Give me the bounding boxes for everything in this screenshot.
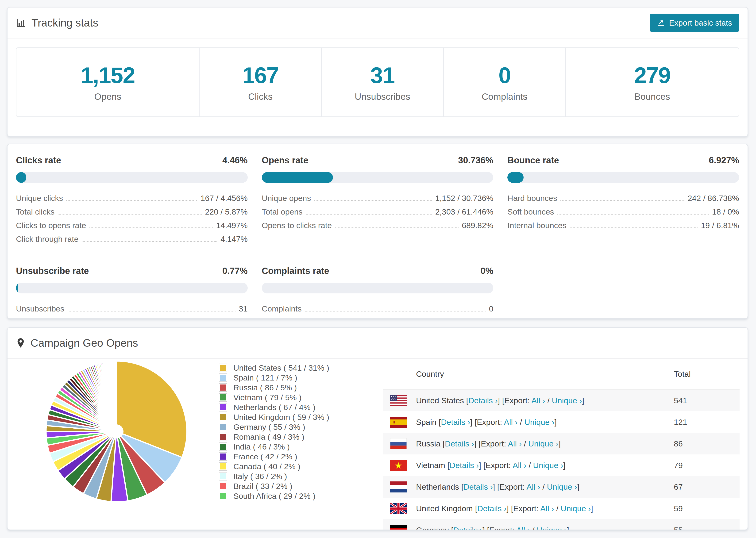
geo-table-row: Spain [Details ›] [Export: All › / Uniqu… bbox=[383, 411, 739, 433]
export-all-link[interactable]: All › bbox=[516, 525, 530, 530]
legend-swatch bbox=[219, 373, 227, 382]
summary-stats-box: 1,152 Opens 167 Clicks 31 Unsubscribes 0… bbox=[16, 47, 739, 117]
rate-stat-label: Click through rate bbox=[16, 235, 79, 243]
legend-label: South Africa ( 29 / 2% ) bbox=[233, 492, 315, 501]
rate-stat-row: Clicks to opens rate 14.497% bbox=[16, 221, 248, 229]
geo-table-row: Germany [Details ›] [Export: All › / Uni… bbox=[383, 519, 739, 530]
rate-title: Opens rate bbox=[262, 155, 308, 166]
dotted-leader bbox=[89, 228, 213, 228]
rate-stat-row: Total clicks 220 / 5.87% bbox=[16, 207, 248, 215]
legend-label: Brazil ( 33 / 2% ) bbox=[233, 482, 292, 491]
dotted-leader bbox=[335, 228, 459, 228]
rate-value: 4.46% bbox=[222, 155, 248, 166]
country-total: 59 bbox=[674, 504, 732, 513]
legend-label: Netherlands ( 67 / 4% ) bbox=[233, 403, 315, 412]
rate-progress-bar bbox=[262, 172, 494, 183]
export-unique-link[interactable]: Unique › bbox=[561, 504, 591, 513]
details-link[interactable]: Details › bbox=[450, 461, 479, 470]
details-link[interactable]: Details › bbox=[463, 482, 493, 491]
export-unique-link[interactable]: Unique › bbox=[524, 418, 555, 426]
geo-table-row: United States [Details ›] [Export: All ›… bbox=[383, 390, 739, 411]
geo-table-header-row: Country Total bbox=[383, 359, 739, 390]
details-link[interactable]: Details › bbox=[468, 396, 498, 405]
legend-label: Spain ( 121 / 7% ) bbox=[233, 373, 297, 382]
country-flag-icon bbox=[390, 417, 406, 428]
rates-grid: Clicks rate 4.46% Unique clicks 167 / 4.… bbox=[8, 144, 747, 318]
details-link[interactable]: Details › bbox=[441, 418, 470, 426]
details-link[interactable]: Details › bbox=[445, 439, 474, 448]
country-name: Germany bbox=[416, 525, 449, 530]
export-all-link[interactable]: All › bbox=[513, 461, 526, 470]
export-unique-link[interactable]: Unique › bbox=[537, 525, 567, 530]
export-unique-link[interactable]: Unique › bbox=[547, 482, 577, 491]
details-link[interactable]: Details › bbox=[477, 504, 507, 513]
rate-progress-bar bbox=[507, 172, 739, 183]
legend-swatch bbox=[219, 492, 227, 500]
export-unique-link[interactable]: Unique › bbox=[552, 396, 582, 405]
legend-label: France ( 42 / 2% ) bbox=[233, 452, 297, 461]
legend-label: United Kingdom ( 59 / 3% ) bbox=[233, 413, 329, 422]
legend-swatch bbox=[219, 452, 227, 461]
legend-swatch bbox=[219, 403, 227, 411]
rate-stat-value: 31 bbox=[239, 304, 248, 313]
geo-content: United States ( 541 / 31% ) Spain ( 121 … bbox=[8, 359, 747, 530]
legend-swatch bbox=[219, 393, 227, 402]
rate-block: Unsubscribe rate 0.77% Unsubscribes 31 bbox=[16, 266, 248, 318]
rate-block: Clicks rate 4.46% Unique clicks 167 / 4.… bbox=[16, 155, 248, 248]
rate-block: Bounce rate 6.927% Hard bounces 242 / 86… bbox=[507, 155, 739, 248]
export-unique-link[interactable]: Unique › bbox=[533, 461, 563, 470]
legend-swatch bbox=[219, 383, 227, 392]
rate-title: Bounce rate bbox=[507, 155, 559, 166]
legend-item: Netherlands ( 67 / 4% ) bbox=[219, 403, 329, 411]
country-total: 55 bbox=[674, 525, 732, 530]
summary-stat-cell: 0 Complaints bbox=[444, 48, 566, 116]
rate-stat-value: 0 bbox=[489, 304, 493, 313]
rate-stat-label: Internal bounces bbox=[507, 221, 566, 230]
legend-item: South Africa ( 29 / 2% ) bbox=[219, 492, 329, 500]
legend-item: United States ( 541 / 31% ) bbox=[219, 364, 329, 372]
legend-item: Canada ( 40 / 2% ) bbox=[219, 462, 329, 470]
export-basic-stats-button[interactable]: Export basic stats bbox=[650, 14, 739, 32]
export-all-link[interactable]: All › bbox=[531, 396, 545, 405]
details-link[interactable]: Details › bbox=[453, 525, 483, 530]
rate-stat-value: 19 / 6.81% bbox=[701, 221, 739, 230]
rate-title: Clicks rate bbox=[16, 155, 61, 166]
rate-value: 0% bbox=[480, 266, 493, 276]
geo-table-row: Netherlands [Details ›] [Export: All › /… bbox=[383, 476, 739, 498]
rate-stat-value: 242 / 86.738% bbox=[688, 194, 739, 203]
export-all-link[interactable]: All › bbox=[540, 504, 554, 513]
dotted-leader bbox=[68, 311, 236, 311]
export-all-link[interactable]: All › bbox=[508, 439, 522, 448]
dotted-leader bbox=[66, 200, 197, 201]
rate-stat-value: 1,152 / 30.736% bbox=[435, 194, 494, 203]
export-all-link[interactable]: All › bbox=[504, 418, 518, 426]
export-all-link[interactable]: All › bbox=[527, 482, 540, 491]
rate-stat-label: Total clicks bbox=[16, 207, 54, 216]
country-flag-icon bbox=[390, 503, 406, 514]
summary-stat-cell: 167 Clicks bbox=[199, 48, 322, 116]
rate-stat-value: 18 / 0% bbox=[712, 207, 739, 216]
legend-item: Italy ( 36 / 2% ) bbox=[219, 472, 329, 480]
rate-progress-bar bbox=[16, 283, 248, 294]
legend-item: Russia ( 86 / 5% ) bbox=[219, 384, 329, 392]
stat-label: Unsubscribes bbox=[355, 91, 410, 102]
country-total: 79 bbox=[674, 461, 732, 470]
rate-title: Complaints rate bbox=[262, 266, 329, 276]
dotted-leader bbox=[58, 214, 202, 215]
geo-table-row: Russia [Details ›] [Export: All › / Uniq… bbox=[383, 433, 739, 455]
stat-value: 167 bbox=[242, 62, 279, 88]
legend-swatch bbox=[219, 364, 227, 372]
geo-pie-chart[interactable] bbox=[44, 359, 189, 504]
legend-label: Canada ( 40 / 2% ) bbox=[233, 462, 300, 471]
geo-table: Country Total United States [Details ›] … bbox=[383, 359, 739, 530]
geo-table-header-total: Total bbox=[674, 369, 732, 379]
rate-stat-row: Unique opens 1,152 / 30.736% bbox=[262, 194, 494, 202]
rate-stat-row: Unsubscribes 31 bbox=[16, 304, 248, 312]
rate-stat-row: Complaints 0 bbox=[262, 304, 494, 312]
rate-stat-value: 14.497% bbox=[216, 221, 247, 230]
export-unique-link[interactable]: Unique › bbox=[528, 439, 559, 448]
rate-progress-fill bbox=[507, 172, 523, 183]
rate-value: 6.927% bbox=[709, 155, 739, 166]
rate-stat-label: Hard bounces bbox=[507, 194, 557, 203]
rate-stat-row: Unique clicks 167 / 4.456% bbox=[16, 194, 248, 202]
